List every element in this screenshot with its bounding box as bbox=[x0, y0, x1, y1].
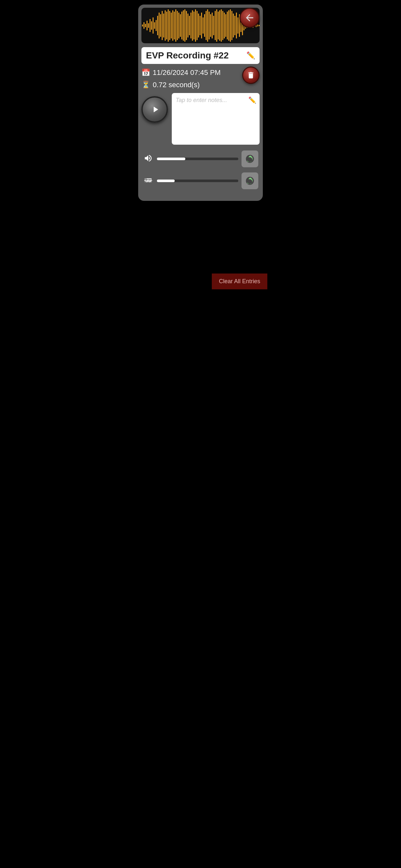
volume-slider-row bbox=[142, 151, 259, 167]
back-button[interactable] bbox=[240, 8, 259, 28]
svg-rect-45 bbox=[210, 14, 211, 37]
svg-rect-35 bbox=[195, 9, 196, 42]
svg-rect-54 bbox=[224, 12, 225, 38]
svg-rect-32 bbox=[190, 12, 191, 38]
svg-rect-20 bbox=[173, 10, 174, 41]
svg-rect-2 bbox=[145, 24, 146, 27]
svg-rect-53 bbox=[222, 11, 223, 40]
notes-pencil-icon: ✏️ bbox=[248, 96, 256, 104]
svg-rect-52 bbox=[221, 9, 222, 42]
title-box: EVP Recording #22 ✏️ bbox=[142, 47, 259, 64]
date-row: 📅 11/26/2024 07:45 PM bbox=[142, 68, 259, 77]
svg-rect-1 bbox=[144, 22, 145, 29]
sensitivity-track[interactable] bbox=[157, 180, 238, 182]
volume-icon bbox=[143, 154, 154, 164]
recording-date: 11/26/2024 07:45 PM bbox=[153, 68, 220, 77]
svg-rect-42 bbox=[206, 11, 207, 40]
svg-rect-51 bbox=[219, 10, 220, 41]
svg-rect-26 bbox=[181, 11, 182, 39]
reset-sensitivity-button[interactable] bbox=[242, 173, 258, 189]
svg-rect-48 bbox=[215, 11, 216, 40]
svg-rect-37 bbox=[198, 13, 199, 37]
duration-row: ⏳ 0.72 second(s) bbox=[142, 81, 259, 89]
svg-rect-16 bbox=[166, 11, 167, 39]
svg-rect-17 bbox=[168, 9, 169, 42]
svg-rect-14 bbox=[163, 13, 164, 37]
edit-title-icon[interactable]: ✏️ bbox=[246, 51, 255, 60]
sensitivity-icon bbox=[143, 176, 154, 186]
sensitivity-fill bbox=[157, 180, 175, 182]
sensitivity-slider-row bbox=[142, 173, 259, 189]
svg-rect-6 bbox=[151, 21, 152, 30]
svg-rect-40 bbox=[203, 18, 204, 34]
svg-rect-12 bbox=[160, 14, 161, 37]
svg-rect-55 bbox=[225, 14, 226, 37]
reset-volume-button[interactable] bbox=[242, 151, 258, 167]
svg-rect-47 bbox=[213, 16, 214, 35]
svg-rect-0 bbox=[142, 25, 143, 27]
recording-title: EVP Recording #22 bbox=[146, 51, 228, 61]
svg-rect-39 bbox=[201, 12, 202, 38]
svg-rect-13 bbox=[162, 11, 163, 40]
svg-rect-63 bbox=[237, 18, 238, 34]
svg-rect-58 bbox=[230, 9, 231, 42]
svg-rect-76 bbox=[257, 25, 258, 27]
main-card: EVP Recording #22 ✏️ 📅 11/26/2024 07:45 … bbox=[138, 4, 263, 201]
svg-rect-4 bbox=[148, 23, 149, 28]
svg-rect-59 bbox=[232, 11, 233, 40]
svg-rect-8 bbox=[154, 22, 155, 29]
svg-rect-25 bbox=[180, 14, 181, 37]
play-button[interactable] bbox=[142, 96, 168, 123]
svg-rect-77 bbox=[258, 25, 259, 26]
svg-rect-18 bbox=[169, 11, 170, 40]
clear-all-button[interactable]: Clear All Entries bbox=[212, 274, 267, 289]
svg-rect-56 bbox=[227, 11, 228, 39]
phone-screen: EVP Recording #22 ✏️ 📅 11/26/2024 07:45 … bbox=[134, 0, 267, 289]
svg-rect-44 bbox=[209, 11, 210, 39]
svg-rect-46 bbox=[212, 12, 213, 38]
svg-rect-10 bbox=[157, 16, 158, 35]
svg-rect-36 bbox=[197, 11, 197, 40]
svg-rect-28 bbox=[184, 9, 185, 42]
svg-rect-31 bbox=[189, 16, 190, 35]
volume-track[interactable] bbox=[157, 158, 238, 160]
svg-rect-22 bbox=[175, 9, 176, 42]
svg-rect-33 bbox=[192, 10, 193, 41]
svg-rect-50 bbox=[218, 11, 219, 39]
svg-rect-62 bbox=[236, 12, 237, 38]
svg-rect-24 bbox=[178, 12, 179, 38]
hourglass-icon: ⏳ bbox=[142, 81, 150, 89]
calendar-icon: 📅 bbox=[142, 68, 150, 77]
svg-rect-7 bbox=[153, 18, 154, 34]
notes-placeholder: Tap to enter notes... bbox=[176, 97, 227, 104]
volume-fill bbox=[157, 158, 185, 160]
svg-rect-11 bbox=[158, 12, 159, 38]
svg-rect-15 bbox=[165, 10, 166, 41]
svg-rect-21 bbox=[174, 11, 175, 39]
svg-rect-34 bbox=[193, 11, 194, 39]
svg-rect-27 bbox=[183, 10, 184, 41]
svg-rect-9 bbox=[156, 20, 157, 31]
svg-rect-5 bbox=[150, 19, 150, 32]
svg-rect-57 bbox=[228, 10, 229, 41]
notes-play-section: Tap to enter notes... ✏️ bbox=[142, 93, 259, 145]
svg-rect-49 bbox=[216, 9, 217, 42]
svg-rect-60 bbox=[233, 13, 234, 37]
svg-rect-38 bbox=[199, 16, 201, 35]
svg-rect-61 bbox=[235, 16, 235, 35]
svg-rect-41 bbox=[204, 14, 205, 37]
svg-rect-19 bbox=[171, 12, 172, 38]
recording-duration: 0.72 second(s) bbox=[153, 81, 200, 89]
svg-rect-29 bbox=[186, 11, 187, 40]
svg-rect-30 bbox=[188, 13, 189, 37]
svg-rect-23 bbox=[177, 11, 178, 40]
svg-rect-3 bbox=[147, 21, 148, 30]
svg-rect-43 bbox=[207, 9, 208, 42]
notes-area[interactable]: Tap to enter notes... ✏️ bbox=[172, 93, 259, 145]
